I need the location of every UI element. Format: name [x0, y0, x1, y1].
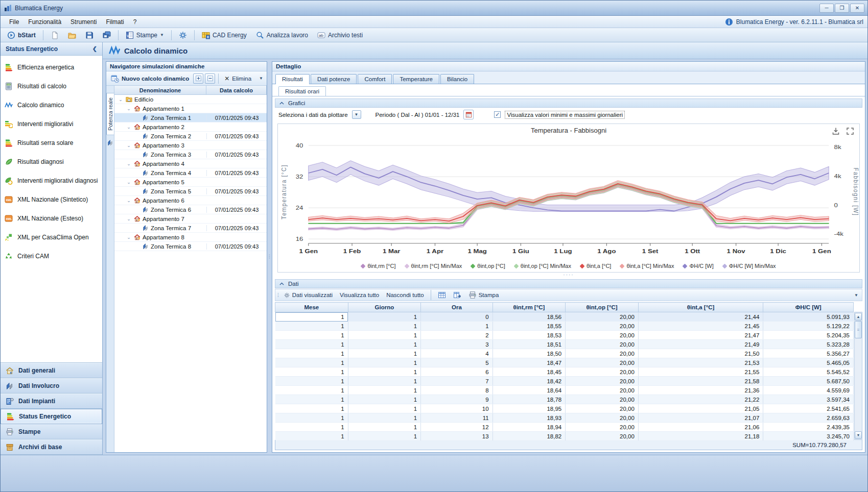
table-cell[interactable]: 4.559,69 — [763, 386, 854, 395]
table-row[interactable]: 11118,5520,0021,455.129,22 — [275, 322, 854, 331]
table-cell[interactable]: 1 — [348, 432, 421, 441]
stampe-button[interactable]: W Stampe▼ — [122, 29, 168, 41]
tree-row-appartamento-4[interactable]: ⌄Appartamento 4 — [114, 159, 267, 168]
tree-row-appartamento-3[interactable]: ⌄Appartamento 3 — [114, 141, 267, 150]
table-cell[interactable]: 1 — [348, 386, 421, 395]
table-cell[interactable]: 1 — [348, 340, 421, 349]
table-cell[interactable]: 3.597,34 — [763, 395, 854, 404]
table-scrollbar[interactable]: ▲ ≡ ▼ — [854, 312, 862, 440]
nascondi-tutto-button[interactable]: Nascondi tutto — [384, 291, 426, 299]
table-cell[interactable]: 3 — [421, 340, 492, 349]
table-cell[interactable]: 11 — [421, 413, 492, 423]
minmax-checkbox-label[interactable]: Visualizza valori minimi e massimi giorn… — [505, 111, 625, 119]
menu-item-?[interactable]: ? — [129, 17, 142, 27]
table-cell[interactable]: 1 — [275, 367, 348, 377]
tree-row-zona-termica-4[interactable]: Zona Termica 407/01/2025 09:43 — [114, 168, 267, 178]
chevron-down-icon[interactable]: ⌄ — [126, 235, 132, 240]
table-cell[interactable]: 1 — [275, 413, 348, 423]
tree-row-zona-termica-2[interactable]: Zona Termica 207/01/2025 09:43 — [114, 132, 267, 141]
nav-item-dati-involucro[interactable]: Dati Involucro — [1, 378, 102, 393]
table-cell[interactable]: 20,00 — [566, 331, 639, 340]
table-export-button[interactable] — [451, 290, 463, 300]
table-cell[interactable]: 20,00 — [566, 395, 639, 404]
table-cell[interactable]: 18,50 — [492, 349, 566, 358]
tab-risultati-orari[interactable]: Risultati orari — [278, 86, 326, 96]
maximize-button[interactable]: ❐ — [835, 4, 849, 13]
legend-item[interactable]: θint,rm [°C] Min/Max — [405, 263, 462, 269]
table-cell[interactable]: 18,55 — [492, 322, 566, 331]
data-toolbar-dropdown-icon[interactable]: ▼ — [853, 293, 860, 298]
collapse-all-button[interactable] — [205, 73, 215, 84]
table-cell[interactable]: 12 — [421, 423, 492, 432]
chevron-down-icon[interactable]: ⌄ — [126, 125, 132, 130]
new-calc-button[interactable]: Nuovo calcolo dinamico — [108, 73, 192, 84]
table-cell[interactable]: 20,00 — [566, 358, 639, 367]
column-header[interactable]: θint,rm [°C] — [492, 303, 566, 312]
table-cell[interactable]: 1 — [275, 404, 348, 413]
table-row[interactable]: 11418,5020,0021,505.356,27 — [275, 349, 854, 358]
tree-row-zona-termica-3[interactable]: Zona Termica 307/01/2025 09:43 — [114, 150, 267, 159]
table-cell[interactable]: 21,55 — [638, 367, 763, 377]
table-cell[interactable]: 18,95 — [492, 404, 566, 413]
download-chart-icon[interactable] — [832, 127, 840, 135]
tab-potenza-reale[interactable]: Potenza reale — [106, 93, 114, 135]
sidebar-item-interventi-migliorativi[interactable]: Interventi migliorativi — [1, 114, 102, 133]
table-cell[interactable]: 1 — [275, 358, 348, 367]
table-cell[interactable]: 20,00 — [566, 312, 639, 322]
open-button[interactable] — [64, 29, 80, 41]
nav-item-status-energetico[interactable]: Status Energetico — [1, 409, 102, 424]
sidebar-item-efficienza-energetica[interactable]: Efficienza energetica — [1, 58, 102, 77]
chevron-down-icon[interactable]: ⌄ — [126, 143, 132, 148]
chevron-down-icon[interactable]: ⌄ — [118, 97, 124, 102]
column-header[interactable]: Giorno — [348, 303, 421, 312]
nav-item-stampe[interactable]: Stampe — [1, 424, 102, 439]
delete-button[interactable]: ✕ Elimina — [222, 73, 254, 84]
menu-item-funzionalit-[interactable]: Funzionalità — [24, 17, 66, 27]
sidebar-item-xml-nazionale-esteso-[interactable]: XMLXML Nazionale (Esteso) — [1, 209, 102, 228]
column-header[interactable]: Ora — [421, 303, 492, 312]
sidebar-item-xml-nazionale-sintetico-[interactable]: XMLXML Nazionale (Sintetico) — [1, 190, 102, 209]
chevron-down-icon[interactable]: ⌄ — [126, 216, 132, 222]
dati-section-header[interactable]: Dati — [275, 279, 862, 288]
sidebar-item-risultati-serra-solare[interactable]: Risultati serra solare — [1, 133, 102, 152]
sidebar-item-risultati-diagnosi[interactable]: Risultati diagnosi — [1, 152, 102, 171]
navigator-dropdown-icon[interactable]: ▼ — [257, 76, 265, 81]
table-cell[interactable]: 5.545,52 — [763, 367, 854, 377]
table-cell[interactable]: 2 — [421, 331, 492, 340]
table-cell[interactable]: 5 — [421, 358, 492, 367]
fullscreen-chart-icon[interactable] — [846, 127, 854, 135]
table-cell[interactable]: 1 — [348, 395, 421, 404]
table-cell[interactable]: 18,64 — [492, 386, 566, 395]
save-all-button[interactable] — [99, 29, 114, 41]
visualizza-tutto-button[interactable]: Visualizza tutto — [338, 291, 381, 299]
table-cell[interactable]: 1 — [348, 423, 421, 432]
legend-item[interactable]: θint,op [°C] — [471, 263, 505, 269]
table-cell[interactable]: 1 — [348, 312, 421, 322]
table-cell[interactable]: 20,00 — [566, 367, 639, 377]
sidebar-item-interventi-migliorativi-diagnosi[interactable]: Interventi migliorativi diagnosi — [1, 171, 102, 190]
tree-row-appartamento-7[interactable]: ⌄Appartamento 7 — [114, 214, 267, 224]
plot-select-dropdown[interactable]: ▼ — [352, 110, 361, 119]
tree-row-zona-termica-6[interactable]: Zona Termica 607/01/2025 09:43 — [114, 205, 267, 214]
table-row[interactable]: 111118,9320,0021,072.659,63 — [275, 413, 854, 423]
chevron-down-icon[interactable]: ⌄ — [126, 180, 132, 185]
table-cell[interactable]: 1 — [275, 377, 348, 386]
new-file-button[interactable] — [47, 29, 62, 41]
table-cell[interactable]: 18,78 — [492, 395, 566, 404]
table-cell[interactable]: 21,49 — [638, 340, 763, 349]
table-cell[interactable]: 0 — [421, 312, 492, 322]
table-cell[interactable]: 1 — [275, 386, 348, 395]
tree-row-zona-termica-1[interactable]: Zona Termica 107/01/2025 09:43 — [114, 113, 267, 122]
table-cell[interactable]: 20,00 — [566, 404, 639, 413]
tab-bilancio[interactable]: Bilancio — [440, 74, 474, 84]
table-cell[interactable]: 5.204,35 — [763, 331, 854, 340]
tab-dati-potenze[interactable]: Dati potenze — [311, 74, 357, 84]
table-cell[interactable]: 5.687,50 — [763, 377, 854, 386]
table-cell[interactable]: 5.356,27 — [763, 349, 854, 358]
grafici-section-header[interactable]: Grafici — [275, 99, 862, 108]
save-button[interactable] — [82, 29, 97, 41]
expand-all-button[interactable] — [193, 73, 203, 84]
chart-data-splitter[interactable]: ···· — [272, 273, 865, 277]
cad-energy-button[interactable]: CAD Energy — [198, 29, 250, 41]
tree-row-zona-termica-5[interactable]: Zona Termica 507/01/2025 09:43 — [114, 187, 267, 196]
